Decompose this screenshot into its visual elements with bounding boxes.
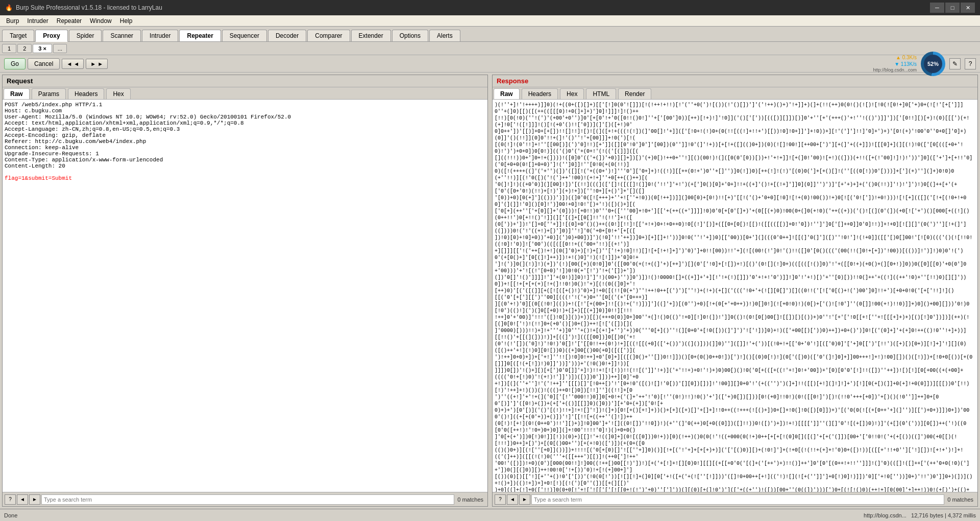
cancel-button[interactable]: Cancel: [28, 58, 60, 69]
repeater-tab-more[interactable]: ...: [53, 44, 67, 53]
response-search-prev[interactable]: ◄: [507, 494, 518, 505]
request-tab-headers[interactable]: Headers: [68, 88, 104, 99]
tab-extender[interactable]: Extender: [351, 30, 391, 41]
request-content: POST /web5/index.php HTTP/1.1 Host: c.bu…: [3, 100, 487, 492]
status-left: Done: [4, 512, 17, 518]
repeater-tab-3[interactable]: 3 ×: [33, 44, 52, 53]
title-bar-title: Burp Suite Professional v1.5.18 - licens…: [16, 4, 162, 11]
response-content: )(!''+]!'!++++)]]0)(!+((0+([)[]+)[['[!]0…: [493, 100, 977, 492]
request-search-input[interactable]: [41, 494, 454, 505]
app-icon: 🔥: [5, 4, 13, 11]
request-match-count: 0 matches: [455, 496, 485, 503]
response-tab-raw[interactable]: Raw: [494, 88, 520, 99]
network-down: ▼ 113K/s: [873, 61, 917, 67]
tab-repeater[interactable]: Repeater: [179, 30, 220, 41]
response-display: )(!''+]!'!++++)]]0)(!+((0+([)[]+)[['[!]0…: [493, 100, 977, 492]
request-search-next[interactable]: ►: [29, 494, 40, 505]
maximize-button[interactable]: □: [945, 3, 960, 13]
tab-scanner[interactable]: Scanner: [103, 30, 141, 41]
menu-repeater[interactable]: Repeater: [53, 16, 86, 26]
network-up: ▲ 0.3K/s: [873, 54, 917, 61]
menu-burp[interactable]: Burp: [2, 16, 23, 26]
response-tab-headers[interactable]: Headers: [522, 88, 558, 99]
toolbar: Go Cancel ◄ ◄ ► ► ▲ 0.3K/s ▼ 113K/s http…: [0, 55, 980, 73]
go-button[interactable]: Go: [4, 58, 26, 69]
response-search-next[interactable]: ►: [519, 494, 530, 505]
tab-target[interactable]: Target: [2, 30, 34, 41]
tab-proxy[interactable]: Proxy: [35, 30, 67, 42]
response-header: Response: [493, 75, 977, 87]
response-search-input[interactable]: [531, 494, 944, 505]
tab-sequencer[interactable]: Sequencer: [222, 30, 267, 41]
menu-intruder[interactable]: Intruder: [23, 16, 52, 26]
title-bar: 🔥 Burp Suite Professional v1.5.18 - lice…: [0, 0, 980, 15]
close-button[interactable]: ✕: [961, 3, 975, 13]
response-tab-render[interactable]: Render: [618, 88, 651, 99]
response-search-help[interactable]: ?: [495, 494, 506, 505]
back-button[interactable]: ◄ ◄: [62, 59, 84, 69]
status-bar: Done http://blog.csdn... 12,716 bytes | …: [0, 509, 980, 521]
network-target: http://blog.csdn...com: [873, 67, 917, 74]
request-tab-hex[interactable]: Hex: [106, 88, 130, 99]
main-content: Request Raw Params Headers Hex POST /web…: [0, 73, 980, 509]
cpu-indicator: 52%: [921, 52, 945, 76]
edit-button[interactable]: ✎: [949, 58, 961, 69]
menu-window[interactable]: Window: [86, 16, 116, 26]
response-panel: Response Raw Headers Hex HTML Render )(!…: [492, 75, 978, 507]
tab-intruder[interactable]: Intruder: [142, 30, 178, 41]
menu-bar: Burp Intruder Repeater Window Help: [0, 15, 980, 27]
request-search-help[interactable]: ?: [5, 494, 16, 505]
tab-comparer[interactable]: Comparer: [307, 30, 350, 41]
cpu-percent: 52%: [924, 55, 942, 73]
request-tab-params[interactable]: Params: [32, 88, 66, 99]
status-url: http://blog.csdn...: [864, 512, 906, 518]
request-header: Request: [3, 75, 487, 87]
status-size: 12,716 bytes | 4,372 millis: [911, 512, 976, 518]
status-right: http://blog.csdn... 12,716 bytes | 4,372…: [864, 512, 976, 518]
tab-alerts[interactable]: Alerts: [429, 30, 460, 41]
request-search-prev[interactable]: ◄: [17, 494, 28, 505]
forward-button[interactable]: ► ►: [86, 59, 108, 69]
tab-decoder[interactable]: Decoder: [268, 30, 306, 41]
response-search-bar: ? ◄ ► 0 matches: [493, 492, 977, 506]
response-match-count: 0 matches: [945, 496, 975, 503]
response-tab-html[interactable]: HTML: [586, 88, 616, 99]
help-button[interactable]: ?: [965, 58, 976, 69]
tab-spider[interactable]: Spider: [69, 30, 102, 41]
response-tabs: Raw Headers Hex HTML Render: [493, 87, 977, 100]
repeater-tab-2[interactable]: 2: [17, 44, 32, 53]
tab-options[interactable]: Options: [392, 30, 428, 41]
request-tabs: Raw Params Headers Hex: [3, 87, 487, 100]
main-tabs: Target Proxy Spider Scanner Intruder Rep…: [0, 27, 980, 42]
minimize-button[interactable]: ─: [930, 3, 944, 13]
repeater-tab-1[interactable]: 1: [2, 44, 16, 53]
request-tab-raw[interactable]: Raw: [4, 88, 30, 99]
request-search-bar: ? ◄ ► 0 matches: [3, 492, 487, 506]
menu-help[interactable]: Help: [116, 16, 137, 26]
request-panel: Request Raw Params Headers Hex POST /web…: [2, 75, 488, 507]
response-tab-hex[interactable]: Hex: [560, 88, 584, 99]
